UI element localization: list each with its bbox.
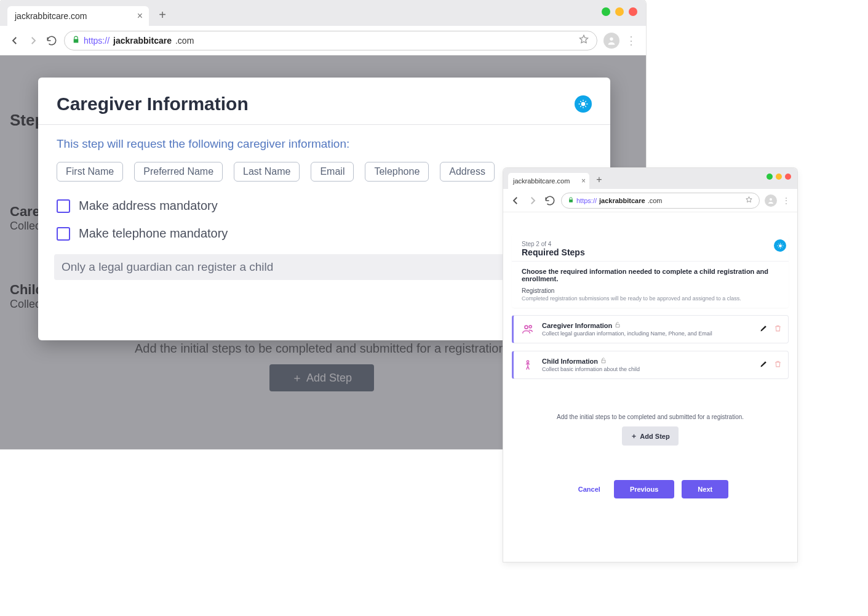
checkbox-icon[interactable] bbox=[57, 199, 70, 213]
back-arrow-icon[interactable] bbox=[509, 194, 522, 207]
hint-text: Add the initial steps to be completed an… bbox=[512, 414, 789, 420]
svg-point-5 bbox=[529, 326, 532, 328]
page-content: Step 2 of 4 Required Steps Choose the re… bbox=[503, 212, 797, 498]
chip-first-name[interactable]: First Name bbox=[57, 162, 123, 182]
url-host-bold: jackrabbitcare bbox=[113, 36, 172, 46]
more-menu-icon[interactable]: ⋮ bbox=[626, 34, 637, 47]
required-steps-panel: Step 2 of 4 Required Steps Choose the re… bbox=[512, 234, 789, 308]
svg-point-4 bbox=[525, 326, 528, 329]
panel-subtext: Completed registration submissions will … bbox=[522, 295, 779, 302]
forward-arrow-icon[interactable] bbox=[527, 194, 539, 207]
plus-icon: ＋ bbox=[631, 431, 637, 441]
chip-preferred-name[interactable]: Preferred Name bbox=[134, 162, 223, 182]
chip-email[interactable]: Email bbox=[311, 162, 354, 182]
chip-last-name[interactable]: Last Name bbox=[234, 162, 300, 182]
maximize-dot[interactable] bbox=[615, 7, 624, 16]
svg-point-2 bbox=[770, 198, 772, 201]
close-icon[interactable]: × bbox=[581, 177, 586, 185]
tab-bar: jackrabbitcare.com × + bbox=[0, 0, 646, 26]
svg-point-1 bbox=[581, 102, 586, 106]
close-icon[interactable]: × bbox=[137, 10, 143, 22]
profile-avatar-icon[interactable] bbox=[765, 194, 777, 207]
lock-open-icon bbox=[615, 322, 621, 329]
browser-toolbar: https://jackrabbitcare.com ⋮ bbox=[0, 26, 646, 55]
bug-report-icon[interactable] bbox=[774, 239, 786, 252]
checkbox-label: Make address mandatory bbox=[79, 199, 218, 213]
forward-arrow-icon[interactable] bbox=[27, 34, 39, 47]
url-host-rest: .com bbox=[648, 197, 663, 204]
lock-open-icon bbox=[600, 358, 607, 365]
panel-description: Choose the required information needed t… bbox=[522, 268, 779, 282]
chip-telephone[interactable]: Telephone bbox=[365, 162, 429, 182]
add-step-button[interactable]: ＋ Add Step bbox=[622, 426, 678, 446]
url-scheme: https:// bbox=[84, 36, 109, 46]
cancel-button[interactable]: Cancel bbox=[572, 486, 607, 493]
browser-toolbar: https://jackrabbitcare.com ⋮ bbox=[503, 189, 797, 212]
minimize-dot[interactable] bbox=[766, 174, 773, 180]
lock-icon bbox=[72, 36, 80, 46]
note-text: Only a legal guardian can register a chi… bbox=[62, 260, 273, 273]
close-dot[interactable] bbox=[785, 174, 791, 180]
new-tab-button[interactable]: + bbox=[593, 174, 605, 186]
svg-point-3 bbox=[779, 244, 782, 247]
bookmark-star-icon[interactable] bbox=[745, 196, 753, 205]
modal-description: This step will request the following car… bbox=[57, 137, 592, 151]
edit-pencil-icon[interactable] bbox=[760, 324, 768, 334]
bookmark-star-icon[interactable] bbox=[578, 34, 589, 47]
chip-address[interactable]: Address bbox=[440, 162, 495, 182]
window-controls bbox=[602, 7, 637, 16]
url-host-bold: jackrabbitcare bbox=[599, 197, 645, 204]
step-title: Caregiver Information bbox=[542, 322, 612, 329]
checkbox-label: Make telephone mandatory bbox=[79, 226, 228, 241]
profile-avatar-icon[interactable] bbox=[603, 33, 619, 49]
panel-title: Required Steps bbox=[522, 247, 779, 257]
back-arrow-icon[interactable] bbox=[9, 34, 21, 47]
close-dot[interactable] bbox=[629, 7, 637, 16]
step-counter: Step 2 of 4 bbox=[522, 241, 779, 247]
browser-tab-active[interactable]: jackrabbitcare.com × bbox=[7, 6, 149, 26]
url-scheme: https:// bbox=[576, 197, 597, 204]
step-card-child[interactable]: Child Information Collect basic informat… bbox=[512, 351, 789, 379]
more-menu-icon[interactable]: ⋮ bbox=[782, 196, 791, 206]
edit-pencil-icon[interactable] bbox=[760, 360, 768, 370]
panel-subheading: Registration bbox=[522, 287, 779, 294]
next-button[interactable]: Next bbox=[682, 480, 728, 498]
reload-icon[interactable] bbox=[544, 194, 556, 207]
modal-title: Caregiver Information bbox=[57, 94, 249, 114]
checkbox-icon[interactable] bbox=[57, 227, 70, 241]
child-icon bbox=[521, 358, 535, 372]
step-title: Child Information bbox=[542, 358, 598, 365]
wizard-footer: Cancel Previous Next bbox=[512, 480, 789, 498]
delete-trash-icon[interactable] bbox=[774, 324, 782, 334]
minimize-dot[interactable] bbox=[602, 7, 610, 16]
tab-title: jackrabbitcare.com bbox=[513, 177, 570, 185]
address-bar[interactable]: https://jackrabbitcare.com bbox=[561, 193, 760, 209]
step-subtitle: Collect basic information about the chil… bbox=[542, 366, 640, 372]
browser-window-front: jackrabbitcare.com × + https://jackrabbi… bbox=[503, 168, 797, 562]
address-bar[interactable]: https://jackrabbitcare.com bbox=[64, 31, 597, 50]
browser-tab-active[interactable]: jackrabbitcare.com × bbox=[508, 173, 589, 189]
reload-icon[interactable] bbox=[46, 34, 58, 47]
window-controls bbox=[766, 174, 791, 180]
svg-point-6 bbox=[527, 361, 528, 362]
people-icon bbox=[521, 322, 535, 336]
lock-icon bbox=[568, 197, 574, 204]
new-tab-button[interactable]: + bbox=[154, 6, 171, 23]
add-step-label: Add Step bbox=[640, 433, 669, 440]
step-card-caregiver[interactable]: Caregiver Information Collect legal guar… bbox=[512, 315, 789, 343]
step-subtitle: Collect legal guardian information, incl… bbox=[542, 330, 712, 337]
maximize-dot[interactable] bbox=[776, 174, 782, 180]
svg-point-0 bbox=[610, 37, 613, 40]
url-host-rest: .com bbox=[175, 36, 194, 46]
tab-title: jackrabbitcare.com bbox=[15, 11, 87, 21]
previous-button[interactable]: Previous bbox=[614, 480, 674, 498]
delete-trash-icon[interactable] bbox=[774, 360, 782, 370]
tab-bar: jackrabbitcare.com × + bbox=[503, 168, 797, 189]
bug-report-icon[interactable] bbox=[575, 95, 592, 113]
